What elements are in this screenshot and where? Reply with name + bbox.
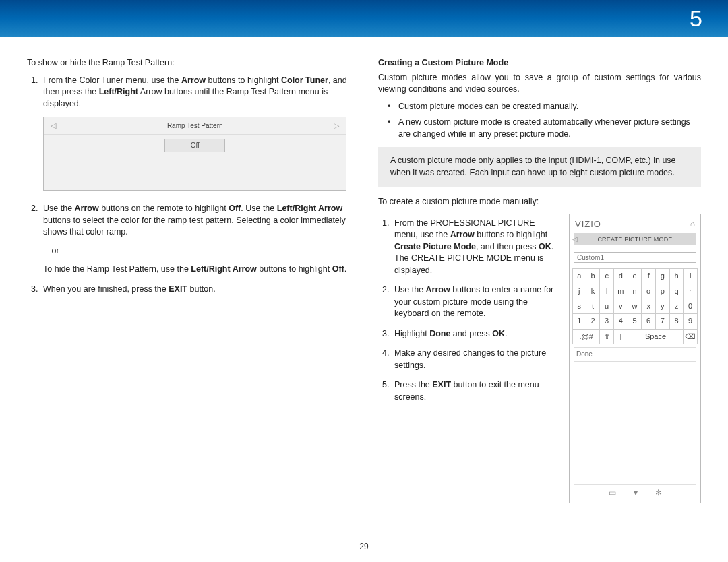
key-w: w bbox=[628, 299, 642, 313]
panel-filler bbox=[570, 362, 700, 483]
left-or: —or— bbox=[43, 245, 350, 257]
rstep-4: Make any desired changes to the picture … bbox=[392, 348, 557, 371]
left-step-2: Use the Arrow buttons on the remote to h… bbox=[40, 203, 350, 276]
key-b: b bbox=[586, 269, 601, 283]
page-number: 29 bbox=[0, 541, 728, 553]
key-v: v bbox=[614, 299, 628, 313]
panel-footer: ▭ ▾ ✻ bbox=[574, 484, 696, 503]
left-step-1: From the Color Tuner menu, use the Arrow… bbox=[40, 75, 350, 191]
chapter-header: 5 bbox=[0, 0, 728, 37]
right-intro: Custom picture modes allow you to save a… bbox=[378, 72, 701, 96]
ramp-test-pattern-box: ◁ Ramp Test Pattern ▷ Off bbox=[43, 117, 346, 191]
key-c: c bbox=[600, 269, 614, 283]
key-g: g bbox=[656, 269, 670, 283]
key-x: x bbox=[642, 299, 656, 313]
key-a: a bbox=[572, 269, 586, 283]
key-backspace-icon: ⌫ bbox=[684, 330, 698, 344]
note-box: A custom picture mode only applies to th… bbox=[378, 147, 701, 187]
onscreen-keyboard: a b c d e f g h i j k l m bbox=[572, 268, 698, 344]
key-9: 9 bbox=[684, 314, 698, 328]
key-f: f bbox=[642, 269, 656, 283]
key-5: 5 bbox=[628, 314, 642, 328]
left-column: To show or hide the Ramp Test Pattern: F… bbox=[27, 57, 350, 503]
vizio-panel: VIZIO ⌂ ◁ CREATE PICTURE MODE Custom1_ a… bbox=[569, 214, 701, 503]
key-p: p bbox=[656, 284, 670, 299]
key-e: e bbox=[628, 269, 642, 283]
key-t: t bbox=[586, 299, 601, 313]
key-4: 4 bbox=[614, 314, 628, 328]
key-0: 0 bbox=[684, 299, 698, 313]
key-bar: | bbox=[614, 330, 628, 344]
footer-icon-3: ✻ bbox=[654, 489, 663, 497]
home-icon: ⌂ bbox=[690, 218, 695, 230]
rstep-1: From the PROFESSIONAL PICTURE menu, use … bbox=[392, 218, 557, 277]
ramp-arrow-left-icon: ◁ bbox=[51, 121, 56, 131]
key-8: 8 bbox=[670, 314, 684, 328]
key-z: z bbox=[670, 299, 684, 313]
ramp-value: Off bbox=[164, 139, 225, 152]
right-column: Creating a Custom Picture Mode Custom pi… bbox=[378, 57, 701, 503]
left-steps: From the Color Tuner menu, use the Arrow… bbox=[27, 75, 350, 296]
left-step-3: When you are finished, press the EXIT bu… bbox=[40, 284, 350, 296]
key-space: Space bbox=[628, 330, 684, 344]
panel-crumb: ◁ CREATE PICTURE MODE bbox=[574, 233, 696, 246]
back-arrow-icon: ◁ bbox=[572, 235, 578, 244]
rstep-2: Use the Arrow buttons to enter a name fo… bbox=[392, 284, 557, 320]
key-i: i bbox=[684, 269, 698, 283]
left-intro: To show or hide the Ramp Test Pattern: bbox=[27, 57, 350, 69]
right-block: From the PROFESSIONAL PICTURE menu, use … bbox=[378, 214, 701, 503]
panel-done: Done bbox=[574, 347, 696, 362]
page-body: To show or hide the Ramp Test Pattern: F… bbox=[0, 37, 728, 510]
key-2: 2 bbox=[586, 314, 601, 328]
footer-icon-1: ▭ bbox=[607, 489, 617, 497]
key-k: k bbox=[586, 284, 601, 299]
ramp-arrow-right-icon: ▷ bbox=[334, 121, 339, 131]
brand-label: VIZIO bbox=[575, 218, 601, 230]
bullet-1: Custom picture modes can be created manu… bbox=[378, 101, 701, 113]
rstep-3: Highlight Done and press OK. bbox=[392, 328, 557, 340]
mode-name-input: Custom1_ bbox=[574, 252, 696, 263]
panel-head: VIZIO ⌂ bbox=[570, 214, 700, 233]
chapter-number: 5 bbox=[690, 3, 702, 35]
key-1: 1 bbox=[572, 314, 586, 328]
section-title: Creating a Custom Picture Mode bbox=[378, 57, 701, 69]
right-lead: To create a custom picture mode manually… bbox=[378, 196, 701, 208]
key-h: h bbox=[670, 269, 684, 283]
key-m: m bbox=[614, 284, 628, 299]
key-y: y bbox=[656, 299, 670, 313]
key-l: l bbox=[600, 284, 614, 299]
right-bullets: Custom picture modes can be created manu… bbox=[378, 101, 701, 141]
key-7: 7 bbox=[656, 314, 670, 328]
key-d: d bbox=[614, 269, 628, 283]
key-s: s bbox=[572, 299, 586, 313]
key-j: j bbox=[572, 284, 586, 299]
footer-icon-2: ▾ bbox=[632, 489, 639, 497]
key-symbols: .@# bbox=[572, 330, 600, 344]
key-o: o bbox=[642, 284, 656, 299]
ramp-title: Ramp Test Pattern bbox=[167, 121, 223, 131]
bullet-2: A new custom picture mode is created aut… bbox=[378, 117, 701, 140]
key-6: 6 bbox=[642, 314, 656, 328]
key-shift-icon: ⇧ bbox=[600, 330, 614, 344]
key-r: r bbox=[684, 284, 698, 299]
key-n: n bbox=[628, 284, 642, 299]
rstep-5: Press the EXIT button to exit the menu s… bbox=[392, 379, 557, 403]
ramp-title-row: ◁ Ramp Test Pattern ▷ bbox=[44, 117, 346, 135]
right-steps: From the PROFESSIONAL PICTURE menu, use … bbox=[378, 214, 557, 503]
key-u: u bbox=[600, 299, 614, 313]
key-3: 3 bbox=[600, 314, 614, 328]
key-q: q bbox=[670, 284, 684, 299]
